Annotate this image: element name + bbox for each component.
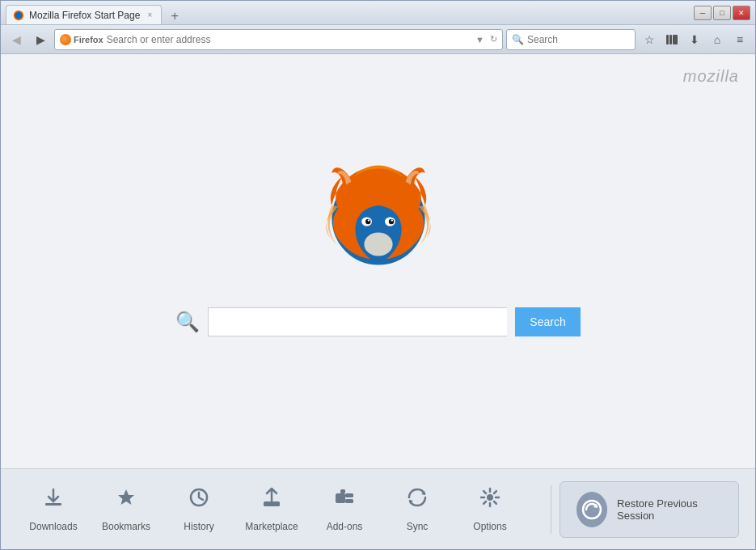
search-bar[interactable]: 🔍 bbox=[506, 29, 636, 50]
minimize-button[interactable]: ─ bbox=[694, 6, 712, 20]
tab-title: Mozilla Firefox Start Page bbox=[29, 10, 140, 21]
marketplace-item[interactable]: Marketplace bbox=[235, 477, 308, 542]
svg-point-1 bbox=[15, 11, 23, 19]
svg-rect-22 bbox=[340, 489, 345, 493]
firefox-badge: Firefox bbox=[60, 34, 103, 45]
search-area: 🔍 Search bbox=[175, 307, 580, 336]
toolbar-actions: ☆ ⬇ ⌂ ≡ bbox=[639, 29, 750, 50]
bookmarks-icon bbox=[115, 486, 137, 514]
main-search-input[interactable] bbox=[208, 307, 507, 336]
address-bar[interactable]: Firefox ▼ ↻ bbox=[54, 29, 503, 50]
addons-icon bbox=[333, 486, 356, 514]
downloads-label: Downloads bbox=[29, 521, 77, 532]
center-area: 🔍 Search bbox=[1, 54, 755, 468]
address-input[interactable] bbox=[107, 34, 472, 45]
addons-item[interactable]: Add-ons bbox=[308, 477, 381, 542]
bookmarks-item[interactable]: Bookmarks bbox=[90, 477, 163, 542]
dropdown-icon[interactable]: ▼ bbox=[475, 35, 484, 44]
active-tab[interactable]: Mozilla Firefox Start Page × bbox=[6, 5, 162, 24]
back-button[interactable]: ◀ bbox=[6, 29, 27, 50]
history-item[interactable]: History bbox=[163, 477, 235, 542]
sync-icon bbox=[406, 486, 429, 514]
window-controls: ─ □ ✕ bbox=[694, 6, 750, 20]
downloads-item[interactable]: Downloads bbox=[17, 477, 90, 542]
bottom-bar: Downloads Bookmarks bbox=[1, 468, 755, 549]
svg-rect-20 bbox=[345, 493, 353, 497]
history-label: History bbox=[184, 521, 213, 532]
main-content: mozilla bbox=[1, 54, 755, 549]
addons-label: Add-ons bbox=[327, 521, 363, 532]
bookmarks-star-button[interactable]: ☆ bbox=[639, 29, 660, 50]
options-icon bbox=[479, 486, 501, 514]
toolbar: ◀ ▶ Firefox ▼ ↻ 🔍 ☆ bbox=[1, 25, 755, 54]
browser-window: Mozilla Firefox Start Page × + ─ □ ✕ ◀ ▶… bbox=[0, 0, 756, 550]
reload-icon[interactable]: ↻ bbox=[490, 34, 497, 44]
options-label: Options bbox=[473, 521, 506, 532]
forward-button[interactable]: ▶ bbox=[30, 29, 51, 50]
menu-button[interactable]: ≡ bbox=[729, 29, 750, 50]
restore-session-button[interactable]: Restore Previous Session bbox=[560, 481, 739, 538]
close-button[interactable]: ✕ bbox=[733, 6, 750, 20]
firefox-label: Firefox bbox=[74, 35, 103, 44]
svg-point-8 bbox=[364, 233, 392, 256]
svg-rect-15 bbox=[45, 503, 61, 506]
firefox-dot-icon bbox=[60, 34, 71, 45]
svg-rect-19 bbox=[336, 493, 345, 503]
marketplace-icon bbox=[260, 486, 283, 514]
restore-session-icon bbox=[577, 492, 607, 527]
marketplace-label: Marketplace bbox=[245, 521, 298, 532]
title-bar: Mozilla Firefox Start Page × + ─ □ ✕ bbox=[1, 1, 755, 25]
firefox-logo bbox=[314, 154, 443, 283]
downloads-icon bbox=[42, 486, 65, 514]
svg-point-14 bbox=[391, 219, 392, 221]
search-icon-large: 🔍 bbox=[175, 311, 200, 333]
svg-rect-18 bbox=[264, 501, 280, 506]
svg-point-25 bbox=[487, 494, 493, 501]
tab-favicon bbox=[13, 10, 24, 21]
history-icon bbox=[188, 486, 210, 514]
search-input[interactable] bbox=[527, 34, 648, 45]
svg-rect-3 bbox=[669, 35, 672, 44]
new-tab-button[interactable]: + bbox=[165, 8, 184, 24]
address-actions: ▼ ↻ bbox=[475, 34, 497, 44]
svg-rect-21 bbox=[345, 499, 353, 503]
search-button[interactable]: Search bbox=[515, 307, 580, 336]
home-button[interactable]: ⌂ bbox=[707, 29, 728, 50]
sync-label: Sync bbox=[407, 521, 429, 532]
options-item[interactable]: Options bbox=[454, 477, 526, 542]
tab-close-button[interactable]: × bbox=[145, 9, 154, 21]
tab-bar: Mozilla Firefox Start Page × + bbox=[6, 1, 694, 24]
bookmarks-label: Bookmarks bbox=[102, 521, 150, 532]
svg-marker-16 bbox=[118, 489, 134, 505]
maximize-button[interactable]: □ bbox=[713, 6, 731, 20]
search-icon: 🔍 bbox=[512, 34, 524, 45]
bottom-divider bbox=[551, 485, 551, 534]
library-button[interactable] bbox=[661, 29, 682, 50]
restore-session-label: Restore Previous Session bbox=[617, 497, 722, 522]
downloads-toolbar-button[interactable]: ⬇ bbox=[684, 29, 705, 50]
svg-point-13 bbox=[367, 219, 369, 221]
svg-rect-4 bbox=[673, 35, 678, 44]
sync-item[interactable]: Sync bbox=[381, 477, 454, 542]
bottom-items-list: Downloads Bookmarks bbox=[1, 477, 543, 542]
svg-rect-2 bbox=[666, 35, 669, 44]
mozilla-brand: mozilla bbox=[683, 67, 739, 86]
